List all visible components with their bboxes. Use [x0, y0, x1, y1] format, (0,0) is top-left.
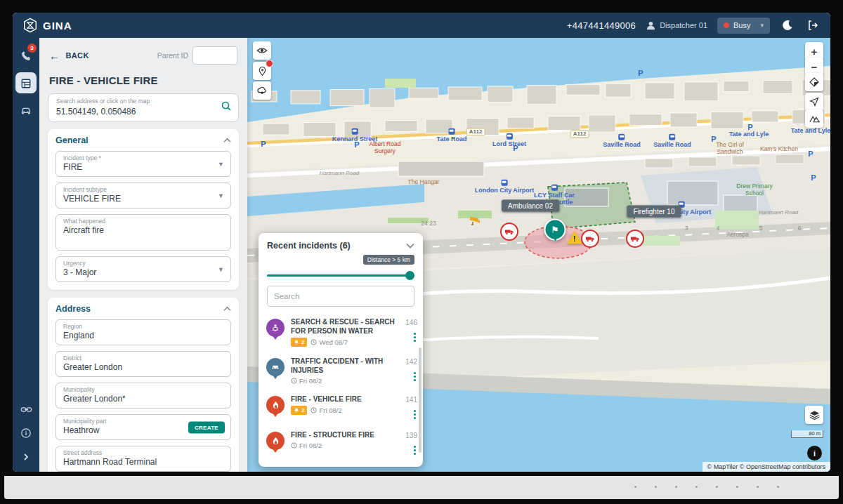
incident-menu-button[interactable]	[412, 444, 417, 456]
recent-incidents-title: Recent incidents (6)	[267, 241, 351, 251]
map-canvas[interactable]: Kennard StreetAlbert Road SurgeryTate Ro…	[247, 38, 830, 472]
sidebar-item-vehicles[interactable]	[13, 98, 39, 122]
field-incident-type[interactable]: Incident type *FIRE▼	[55, 151, 231, 177]
user-name: Dispatcher 01	[660, 21, 707, 29]
fire-pin-icon	[266, 432, 285, 450]
vehicle-icon	[20, 104, 32, 117]
incident-list-item[interactable]: FIRE - VEHICLE FIRE2Fri 08/2141	[259, 390, 423, 425]
incident-list-item[interactable]: SEARCH & RESCUE - SEARCH FOR PERSON IN W…	[259, 312, 423, 352]
sidebar-item-links[interactable]	[13, 397, 39, 421]
warning-marker[interactable]: !	[567, 231, 582, 244]
incident-number: 142	[405, 358, 417, 366]
incident-list-scrollbar[interactable]	[419, 347, 422, 453]
fire-pin-icon	[266, 396, 285, 414]
field-incident-subtype[interactable]: Incident subtypeVEHICLE FIRE▼	[55, 183, 231, 208]
incident-form-panel: ← BACK Parent ID FIRE - VEHICLE FIRE Sea…	[39, 38, 247, 472]
top-navbar: GINA +447441449006 Dispatcher 01 Busy ▾	[13, 13, 830, 38]
back-button[interactable]: ← BACK	[49, 50, 89, 62]
create-button[interactable]: CREATE	[188, 421, 225, 433]
compass-icon	[809, 77, 819, 87]
firetruck-marker[interactable]	[626, 230, 644, 248]
map-scale: 80 m	[791, 430, 823, 438]
layers-button[interactable]	[805, 406, 823, 424]
incident-title: FIRE - VEHICLE FIRE	[291, 394, 399, 404]
map-weather-button[interactable]	[253, 81, 271, 100]
chevron-up-icon	[223, 306, 231, 312]
select-caret-icon: ▼	[218, 266, 224, 273]
incident-number: 146	[405, 319, 417, 326]
search-icon[interactable]	[221, 100, 232, 112]
cctv-marker[interactable]	[469, 215, 484, 230]
sidebar-item-calls[interactable]: 3	[13, 44, 39, 67]
icon-sidebar: 3	[13, 38, 39, 472]
chevron-up-icon	[223, 138, 231, 143]
brand-name: GINA	[43, 20, 72, 32]
field-urgency[interactable]: Urgency3 - Major▼	[55, 256, 231, 282]
incident-list-item[interactable]: FIRE - STRUCTURE FIREFri 08/2139	[259, 425, 423, 461]
sidebar-item-incident-form[interactable]	[13, 72, 39, 95]
incident-number: 141	[405, 396, 417, 404]
status-dot	[724, 22, 729, 28]
incident-list-item[interactable]: BURGLARYFri 08/2138	[259, 461, 423, 467]
sidebar-item-info[interactable]	[13, 421, 39, 445]
map-pin-layers-button[interactable]	[253, 62, 271, 80]
parent-id-input[interactable]	[192, 46, 237, 65]
incident-list: SEARCH & RESCUE - SEARCH FOR PERSON IN W…	[259, 312, 423, 467]
incident-menu-button[interactable]	[412, 409, 417, 420]
navigation-arrow-icon	[809, 97, 819, 107]
unit-tooltip: Firefighter 10	[627, 206, 681, 218]
sidebar-expand-button[interactable]	[13, 445, 39, 469]
incident-date: Wed 08/7	[311, 338, 348, 346]
general-section-header[interactable]: General	[55, 135, 231, 145]
field-municipality-part[interactable]: Municipality partHeathrowCREATE	[55, 414, 231, 440]
chevron-down-icon: ▾	[760, 22, 764, 29]
field-region[interactable]: RegionEngland	[55, 319, 231, 345]
parent-id-label: Parent ID	[157, 51, 188, 60]
page-title: FIRE - VEHICLE FIRE	[39, 65, 247, 92]
incident-menu-button[interactable]	[412, 331, 417, 343]
incident-list-item[interactable]: TRAFFIC ACCIDENT - WITH INJURIESFri 08/2…	[259, 352, 423, 390]
rescue-pin-icon	[266, 319, 285, 337]
address-section: Address RegionEnglandDistrictGreater Lon…	[48, 298, 239, 472]
map-attribution: © MapTiler © OpenStreetMap contributors	[702, 462, 831, 472]
alert-badge: 2	[291, 406, 307, 415]
incident-number: 139	[405, 432, 417, 439]
field-what-happened[interactable]: What happenedAircraft fire	[55, 214, 231, 251]
firetruck-marker[interactable]	[581, 230, 599, 248]
ambulance-marker[interactable]	[500, 223, 518, 241]
address-search-field[interactable]: Search address or click on the map 51.50…	[48, 93, 239, 122]
status-select[interactable]: Busy ▾	[717, 18, 770, 34]
terrain-button[interactable]	[805, 110, 823, 128]
field-district[interactable]: DistrictGreater London	[55, 351, 231, 377]
traffic-pin-icon	[266, 358, 285, 376]
user-menu[interactable]: Dispatcher 01	[646, 20, 707, 31]
alert-badge: 2	[291, 338, 307, 347]
select-caret-icon: ▼	[218, 192, 224, 199]
back-label: BACK	[65, 51, 89, 60]
flag-marker[interactable]: ⚑	[544, 219, 566, 241]
incident-menu-button[interactable]	[412, 371, 417, 383]
search-value: 51.504149, 0.050486	[56, 107, 136, 117]
incident-search-input[interactable]	[267, 286, 414, 307]
slider-thumb[interactable]	[405, 271, 414, 280]
info-icon	[20, 427, 32, 439]
tilt-compass-button[interactable]	[805, 73, 823, 91]
incident-title: SEARCH & RESCUE - SEARCH FOR PERSON IN W…	[291, 317, 399, 336]
incident-date: Fri 08/2	[311, 406, 341, 414]
field-municipality[interactable]: MunicipalityGreater London*	[55, 383, 231, 409]
app-screen: GINA +447441449006 Dispatcher 01 Busy ▾	[13, 13, 830, 472]
map-info-button[interactable]: i	[807, 446, 822, 460]
locate-button[interactable]	[805, 93, 823, 111]
call-count-badge: 3	[27, 44, 37, 53]
incident-title: TRAFFIC ACCIDENT - WITH INJURIES	[291, 357, 399, 375]
map-visibility-button[interactable]	[253, 41, 271, 60]
chevron-down-icon[interactable]	[406, 243, 414, 248]
logout-button[interactable]	[805, 18, 821, 33]
distance-slider[interactable]	[267, 270, 414, 280]
arrow-left-icon: ←	[49, 50, 60, 62]
dark-mode-toggle[interactable]	[780, 18, 795, 33]
field-street-address[interactable]: Street addressHartmann Road Terminal	[55, 446, 231, 472]
incident-date: Fri 08/2	[291, 442, 322, 449]
eye-icon	[256, 45, 268, 56]
address-section-header[interactable]: Address	[55, 304, 231, 314]
